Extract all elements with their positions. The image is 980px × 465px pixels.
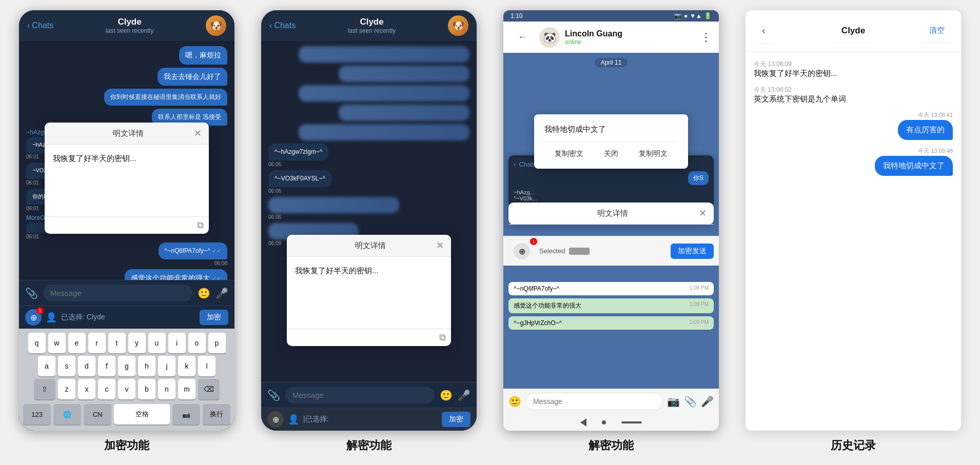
selected-image: [569, 248, 590, 255]
key-cn[interactable]: CN: [84, 404, 111, 424]
emoji-icon[interactable]: 🙂: [198, 287, 210, 299]
keyboard-row3: ⇧ z x c v b n m ⌫: [21, 379, 232, 399]
title-group: Clyde last seen recently: [53, 17, 206, 34]
popup-close-button[interactable]: ✕: [699, 208, 707, 219]
key-h[interactable]: h: [138, 356, 155, 376]
copy-plaintext-button[interactable]: 复制明文: [639, 149, 668, 158]
close-button[interactable]: 关闭: [604, 149, 618, 158]
key-return[interactable]: 换行: [203, 404, 230, 424]
copy-icon[interactable]: ⧉: [197, 220, 204, 231]
key-w[interactable]: w: [48, 333, 66, 353]
attach-icon[interactable]: 📎: [684, 395, 697, 408]
key-n[interactable]: n: [158, 379, 175, 399]
copy-ciphertext-button[interactable]: 复制密文: [555, 149, 583, 158]
key-123[interactable]: 123: [23, 404, 51, 424]
copy-icon[interactable]: ⧉: [439, 332, 446, 343]
key-delete[interactable]: ⌫: [198, 379, 220, 399]
key-i[interactable]: i: [168, 333, 186, 353]
key-l[interactable]: l: [198, 356, 215, 376]
key-globe[interactable]: 🌐: [53, 404, 81, 424]
key-q[interactable]: q: [28, 333, 46, 353]
mic-icon[interactable]: 🎤: [701, 395, 714, 408]
contact-name: Clyde: [53, 17, 206, 27]
planet-wrap: ⊕: [267, 411, 284, 428]
msg-time: 06:06: [268, 214, 281, 220]
back-nav-icon[interactable]: [580, 418, 586, 427]
panel1-label: 加密功能: [104, 438, 149, 453]
encrypt-button[interactable]: 加密: [200, 310, 228, 325]
back-button[interactable]: ‹: [754, 17, 774, 44]
key-t[interactable]: t: [108, 333, 126, 353]
back-button[interactable]: ‹ Chats: [27, 21, 53, 30]
planet-icon[interactable]: ⊕: [514, 243, 530, 259]
popup-close-button[interactable]: ✕: [436, 240, 444, 251]
android-plaintext-popup: 明文详情 ✕: [508, 203, 714, 225]
key-b[interactable]: b: [138, 379, 155, 399]
key-f[interactable]: f: [98, 356, 115, 376]
status-icons: 📷 ● ▼▲ 🔋: [674, 12, 712, 19]
recents-nav-icon[interactable]: [621, 421, 642, 423]
key-o[interactable]: o: [188, 333, 206, 353]
key-space[interactable]: 空格: [114, 404, 169, 424]
key-c[interactable]: c: [98, 379, 115, 399]
home-nav-icon[interactable]: [602, 420, 606, 424]
message-bubble: 我去去锤会儿好了: [158, 68, 227, 86]
clear-button[interactable]: 清空: [921, 18, 953, 43]
mic-icon[interactable]: 🎤: [215, 287, 228, 299]
key-v[interactable]: v: [118, 379, 135, 399]
more-options-icon[interactable]: ⋮: [700, 31, 712, 44]
android-encrypt-bar: ⊕ 1 Selected 加密发送: [503, 236, 719, 266]
key-k[interactable]: k: [178, 356, 195, 376]
message-input[interactable]: [285, 387, 435, 403]
contact-name: Lincoln Guang: [565, 29, 622, 38]
back-button[interactable]: ‹ Chats: [269, 21, 296, 30]
msg-row: 我去去锤会儿好了: [26, 68, 227, 86]
key-p[interactable]: p: [208, 333, 226, 353]
key-a[interactable]: a: [38, 356, 55, 376]
context-actions: 复制密文 关闭 复制明文: [544, 141, 678, 158]
contact-info: Lincoln Guang online: [565, 29, 622, 46]
panel4-history: ‹ Clyde 清空 今天 13:06:09 我恢复了好半天的密钥... 今天 …: [746, 10, 961, 431]
attach-icon[interactable]: 📎: [25, 287, 38, 299]
back-button[interactable]: ←: [511, 27, 534, 48]
checkmarks: ✓✓: [212, 275, 221, 280]
key-y[interactable]: y: [128, 333, 146, 353]
message-input[interactable]: [525, 393, 663, 410]
contact-status: last seen recently: [53, 27, 206, 34]
nav-bar: [503, 414, 719, 431]
popup-close-button[interactable]: ✕: [194, 128, 202, 139]
emoji-icon[interactable]: 🙂: [508, 395, 521, 408]
key-g[interactable]: g: [118, 356, 135, 376]
camera-icon[interactable]: 📷: [667, 395, 680, 408]
key-x[interactable]: x: [78, 379, 95, 399]
key-r[interactable]: r: [88, 333, 106, 353]
blurred-message: [339, 66, 469, 82]
key-z[interactable]: z: [58, 379, 75, 399]
planet-icon[interactable]: ⊕: [267, 411, 284, 428]
key-m[interactable]: m: [178, 379, 195, 399]
key-s[interactable]: s: [58, 356, 75, 376]
avatar[interactable]: 🐶: [206, 15, 226, 36]
key-j[interactable]: j: [158, 356, 175, 376]
message-input[interactable]: [43, 285, 192, 301]
key-camera[interactable]: 📷: [172, 404, 200, 424]
avatar[interactable]: 🐼: [539, 27, 560, 48]
key-e[interactable]: e: [68, 333, 86, 353]
encrypt-send-button[interactable]: 加密发送: [671, 244, 714, 259]
emoji-icon[interactable]: 🙂: [440, 389, 453, 401]
key-u[interactable]: u: [148, 333, 166, 353]
context-popup: 我特地切成中文了 复制密文 关闭 复制明文: [534, 114, 688, 169]
history-msg-row: 今天 13:06:52 英文系统下密钥是九个单词: [754, 86, 953, 104]
mic-icon[interactable]: 🎤: [458, 389, 471, 401]
key-d[interactable]: d: [78, 356, 95, 376]
msg-time: 06:01: [26, 234, 39, 239]
encrypt-bar: ⊕ 1 👤 已选择: Clyde 加密: [19, 306, 234, 329]
attach-icon[interactable]: 📎: [267, 389, 280, 401]
badge-count: 1: [36, 307, 44, 314]
inner-msg-row: ^~V03k...: [514, 195, 709, 201]
key-shift[interactable]: ⇧: [34, 379, 55, 399]
encrypt-button[interactable]: 加密: [442, 412, 471, 427]
avatar[interactable]: 🐶: [448, 15, 468, 36]
popup-text: 我恢复了好半天的密钥...: [53, 154, 136, 163]
user-icon: 👤: [46, 312, 57, 323]
